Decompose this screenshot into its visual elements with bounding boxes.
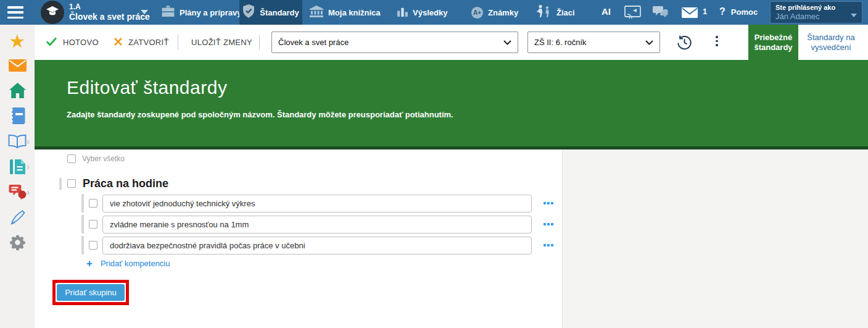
nav-item-vysledky[interactable]: Výsledky: [391, 0, 453, 25]
page-title: Editovať štandardy: [67, 77, 868, 98]
add-competency-label: Pridať kompetenciu: [101, 259, 170, 268]
home-icon: [9, 83, 26, 101]
history-clock-icon: [676, 42, 693, 53]
standard-checkbox[interactable]: [89, 199, 97, 208]
drag-handle[interactable]: [81, 236, 84, 254]
bar-chart-icon: [397, 6, 408, 19]
standard-checkbox[interactable]: [89, 220, 97, 229]
tab-standardy-na-vysvedceni[interactable]: Štandardy na vysvedčení: [798, 25, 864, 60]
done-button[interactable]: HOTOVO: [46, 25, 99, 60]
add-group-button[interactable]: Pridať skupinu: [57, 284, 125, 301]
group-checkbox[interactable]: [67, 179, 76, 188]
select-all-row: Vyber všetko: [67, 154, 125, 163]
class-label: 1.A: [69, 2, 150, 12]
tab-label: Priebežné štandardy: [748, 33, 798, 53]
nav-label: Známky: [488, 8, 518, 17]
nav-item-ziaci[interactable]: Žiaci: [529, 0, 581, 25]
user-menu[interactable]: Ste prihlásený ako Ján Adamec: [770, 1, 862, 23]
sidebar-item-library[interactable]: ›: [0, 134, 35, 151]
nav-label: Plány a prípravy: [180, 8, 241, 17]
standard-text-input[interactable]: [102, 237, 532, 254]
nav-label: Žiaci: [556, 8, 575, 17]
gear-icon: [9, 234, 26, 253]
divider: [259, 35, 260, 50]
close-label: ZATVORIŤ: [128, 38, 169, 47]
add-competency-link[interactable]: + Pridať kompetenciu: [86, 258, 170, 269]
drag-handle[interactable]: [81, 194, 84, 212]
library-building-icon: [310, 6, 323, 20]
ai-button[interactable]: AI: [601, 6, 611, 17]
sidebar-item-favorites[interactable]: ★: [0, 33, 35, 49]
ellipsis-icon[interactable]: [542, 200, 555, 207]
plus-icon: +: [86, 258, 93, 269]
standard-row: [81, 215, 555, 233]
ellipsis-icon[interactable]: [542, 221, 555, 228]
chevron-down-icon: [503, 38, 511, 47]
pen-icon: [9, 209, 26, 228]
check-icon: [46, 36, 57, 48]
hamburger-menu-icon[interactable]: [7, 6, 23, 19]
nav-label: Výsledky: [413, 8, 447, 17]
top-navigation-bar: 1.A Človek a svet práce Plány a prípravy…: [0, 0, 868, 25]
group-title: Práca na hodine: [83, 177, 168, 190]
star-icon: ★: [9, 33, 26, 49]
standard-row: [81, 194, 555, 212]
tab-label: Štandardy na vysvedčení: [798, 33, 864, 53]
mail-count-badge: 1: [703, 7, 707, 16]
sidebar-item-notes[interactable]: [0, 210, 35, 227]
left-icon-sidebar: ★ › › ›: [0, 25, 35, 328]
signed-in-as-label: Ste prihlásený ako: [775, 4, 857, 12]
sidebar-item-settings[interactable]: [0, 235, 35, 252]
drag-handle[interactable]: [81, 215, 84, 233]
x-icon: [114, 37, 123, 48]
nav-item-standardy[interactable]: Štandardy: [239, 0, 302, 25]
nav-item-moja-kniznica[interactable]: Moja knižnica: [304, 0, 387, 25]
nav-label: Štandardy: [260, 8, 299, 17]
chevron-down-icon: [645, 38, 653, 47]
editor-toolbar: HOTOVO ZATVORIŤ ULOŽIŤ ZMENY Človek a sv…: [35, 25, 868, 60]
subject-label: Človek a svet práce: [69, 12, 150, 22]
chevron-down-icon: [141, 10, 148, 14]
select-all-label: Vyber všetko: [82, 154, 125, 163]
grade-select[interactable]: ZŠ II: 6. ročník: [527, 32, 660, 53]
class-subject-selector[interactable]: 1.A Človek a svet práce: [69, 2, 150, 22]
mail-icon[interactable]: [682, 7, 698, 20]
history-button[interactable]: [676, 34, 693, 53]
content-area: Vyber všetko Práca na hodine +: [35, 149, 868, 328]
standard-text-input[interactable]: [102, 195, 532, 212]
envelope-icon: [9, 59, 27, 74]
sidebar-item-documents[interactable]: ›: [0, 159, 35, 176]
sidebar-item-notebook[interactable]: [0, 109, 35, 125]
subject-select-value: Človek a svet práce: [278, 38, 349, 47]
nav-label: Moja knižnica: [328, 8, 381, 17]
tab-priebezne-standardy[interactable]: Priebežné štandardy: [748, 25, 798, 60]
help-button[interactable]: ? Pomoc: [719, 6, 758, 17]
standard-text-input[interactable]: [102, 216, 532, 233]
red-highlight-annotation: Pridať skupinu: [52, 280, 129, 305]
drag-handle[interactable]: [59, 178, 62, 190]
ellipsis-icon[interactable]: [542, 242, 555, 249]
subject-select[interactable]: Človek a svet práce: [271, 32, 518, 53]
page-header: Editovať štandardy Zadajte štandardy zos…: [35, 60, 868, 149]
sidebar-item-messages[interactable]: [0, 58, 35, 75]
help-label: Pomoc: [731, 7, 758, 17]
select-all-checkbox[interactable]: [67, 154, 76, 163]
group-header-row: Práca na hodine: [59, 177, 168, 190]
standard-checkbox[interactable]: [89, 241, 97, 250]
chevron-down-icon: [851, 14, 857, 17]
students-walking-icon: [535, 5, 552, 20]
close-button[interactable]: ZATVORIŤ: [114, 25, 169, 60]
edupage-logo[interactable]: [41, 1, 64, 24]
chat-bubbles-icon[interactable]: [653, 6, 668, 22]
chevron-right-icon: ›: [27, 137, 30, 146]
save-changes-button[interactable]: ULOŽIŤ ZMENY: [191, 25, 252, 60]
sidebar-item-discussions[interactable]: ›: [0, 185, 35, 201]
chevron-right-icon: ›: [27, 162, 30, 172]
user-name: Ján Adamec: [775, 12, 857, 21]
cast-screen-icon[interactable]: [624, 6, 641, 21]
more-options-button[interactable]: [716, 36, 718, 46]
nav-item-znamky[interactable]: A+ Známky: [465, 0, 524, 25]
chat-bubbles-icon: [9, 184, 27, 202]
nav-item-plany-a-pripravy[interactable]: Plány a prípravy: [155, 0, 247, 25]
sidebar-item-home[interactable]: [0, 83, 35, 100]
